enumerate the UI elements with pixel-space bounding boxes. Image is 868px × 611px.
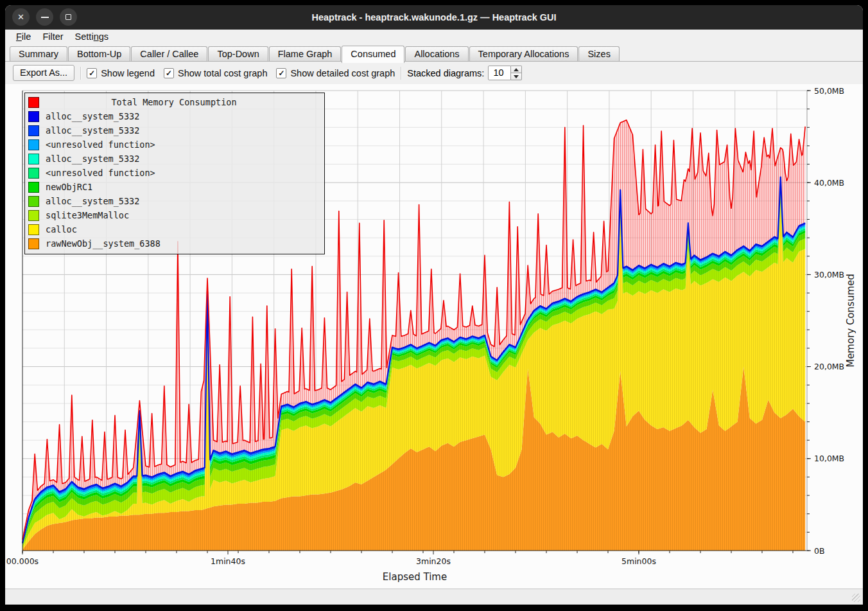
- legend-swatch: [28, 168, 39, 179]
- y-tick-label: 50,0MB: [814, 86, 844, 96]
- legend-swatch: [28, 154, 39, 164]
- checkbox-box[interactable]: ✓: [87, 68, 97, 78]
- menu-item-file[interactable]: File: [10, 30, 37, 44]
- consumed-chart-panel[interactable]: 00.000s1min40s3min20s5min00s0B10,0MB20,0…: [5, 84, 863, 589]
- legend-item: rawNewObj__system_6388: [28, 236, 320, 251]
- legend-swatch: [28, 238, 39, 249]
- window-title: Heaptrack - heaptrack.wakunode.1.gz — He…: [5, 5, 863, 30]
- stacked-diagrams-value[interactable]: 10: [488, 66, 511, 80]
- legend-item-label: calloc: [46, 224, 77, 235]
- legend-swatch-total: [28, 97, 39, 108]
- legend-item-label: rawNewObj__system_6388: [46, 238, 161, 249]
- toolbar: Export As... ✓Show legend✓Show total cos…: [5, 62, 863, 84]
- legend-item-label: alloc__system_5332: [46, 111, 139, 121]
- legend-item: <unresolved function>: [28, 166, 320, 180]
- close-icon[interactable]: ✕: [12, 8, 30, 26]
- x-tick-label: 3min20s: [416, 556, 451, 566]
- legend-item: calloc: [28, 222, 320, 236]
- y-tick-label: 20,0MB: [814, 362, 844, 371]
- minimize-icon[interactable]: [36, 8, 53, 26]
- checkbox-show-legend[interactable]: ✓Show legend: [87, 68, 155, 78]
- status-bar: [5, 589, 863, 605]
- spin-up-icon[interactable]: [511, 66, 522, 73]
- maximize-icon[interactable]: [60, 8, 77, 26]
- tab-caller-callee[interactable]: Caller / Callee: [131, 46, 207, 62]
- stacked-diagrams-stepper[interactable]: 10: [488, 66, 522, 80]
- y-axis-label: Memory Consumed: [845, 274, 856, 367]
- legend-item: alloc__system_5332: [28, 109, 320, 123]
- title-bar[interactable]: ✕ Heaptrack - heaptrack.wakunode.1.gz — …: [5, 5, 863, 30]
- legend-title-row: Total Memory Consumption: [28, 95, 320, 109]
- y-tick-label: 10,0MB: [814, 454, 844, 463]
- legend-swatch: [28, 196, 39, 207]
- legend-item-label: <unresolved function>: [46, 168, 155, 178]
- legend-item-label: alloc__system_5332: [46, 154, 139, 164]
- heaptrack-window: ✕ Heaptrack - heaptrack.wakunode.1.gz — …: [5, 5, 863, 605]
- legend-swatch: [28, 224, 39, 235]
- legend-swatch: [28, 111, 39, 122]
- resize-grip-icon[interactable]: [852, 594, 860, 602]
- tab-temporary-allocations[interactable]: Temporary Allocations: [469, 46, 578, 62]
- y-tick-label: 40,0MB: [814, 178, 844, 188]
- legend-item-label: alloc__system_5332: [46, 125, 139, 136]
- legend-item-label: newObjRC1: [46, 182, 92, 192]
- y-tick-label: 0B: [814, 546, 825, 556]
- stacked-diagrams-label: Stacked diagrams:: [407, 68, 484, 78]
- checkbox-show-detailed-cost-graph[interactable]: ✓Show detailed cost graph: [276, 68, 395, 78]
- legend-swatch: [28, 210, 39, 221]
- legend-item: <unresolved function>: [28, 137, 320, 152]
- legend-item: alloc__system_5332: [28, 152, 320, 166]
- legend-swatch: [28, 182, 39, 193]
- menu-item-filter[interactable]: Filter: [37, 30, 69, 44]
- tab-consumed[interactable]: Consumed: [342, 46, 404, 63]
- legend-item: sqlite3MemMalloc: [28, 208, 320, 222]
- checkbox-label: Show total cost graph: [178, 68, 267, 78]
- spin-down-icon[interactable]: [511, 73, 522, 80]
- legend-item: newObjRC1: [28, 180, 320, 194]
- checkbox-box[interactable]: ✓: [164, 68, 174, 78]
- x-axis-label: Elapsed Time: [383, 571, 447, 583]
- legend-title: Total Memory Consumption: [46, 97, 320, 107]
- x-tick-label: 5min00s: [621, 556, 656, 566]
- tab-flame-graph[interactable]: Flame Graph: [269, 46, 342, 62]
- legend-item-label: alloc__system_5332: [46, 196, 139, 206]
- tab-bar: SummaryBottom-UpCaller / CalleeTop-DownF…: [5, 44, 863, 62]
- tab-sizes[interactable]: Sizes: [578, 46, 619, 62]
- checkbox-label: Show detailed cost graph: [290, 68, 395, 78]
- menu-item-settings[interactable]: Settings: [69, 30, 114, 44]
- tab-bottom-up[interactable]: Bottom-Up: [68, 46, 130, 62]
- menu-bar: FileFilterSettings: [5, 30, 863, 44]
- toolbar-separator: [80, 67, 81, 80]
- legend-item-label: sqlite3MemMalloc: [46, 210, 129, 220]
- tab-allocations[interactable]: Allocations: [405, 46, 468, 62]
- y-tick-label: 30,0MB: [814, 270, 844, 279]
- x-tick-label: 00.000s: [6, 556, 39, 566]
- chart-legend: Total Memory Consumptionalloc__system_53…: [24, 93, 325, 254]
- checkbox-show-total-cost-graph[interactable]: ✓Show total cost graph: [164, 68, 267, 78]
- checkbox-label: Show legend: [101, 68, 155, 78]
- checkbox-box[interactable]: ✓: [276, 68, 286, 78]
- legend-swatch: [28, 139, 39, 150]
- tab-top-down[interactable]: Top-Down: [208, 46, 268, 62]
- tab-summary[interactable]: Summary: [10, 46, 67, 62]
- legend-item-label: <unresolved function>: [46, 139, 155, 150]
- legend-swatch: [28, 125, 39, 136]
- legend-item: alloc__system_5332: [28, 123, 320, 137]
- x-tick-label: 1min40s: [211, 556, 245, 566]
- legend-item: alloc__system_5332: [28, 194, 320, 208]
- toolbar-separator: [401, 67, 401, 80]
- export-as-button[interactable]: Export As...: [13, 65, 74, 81]
